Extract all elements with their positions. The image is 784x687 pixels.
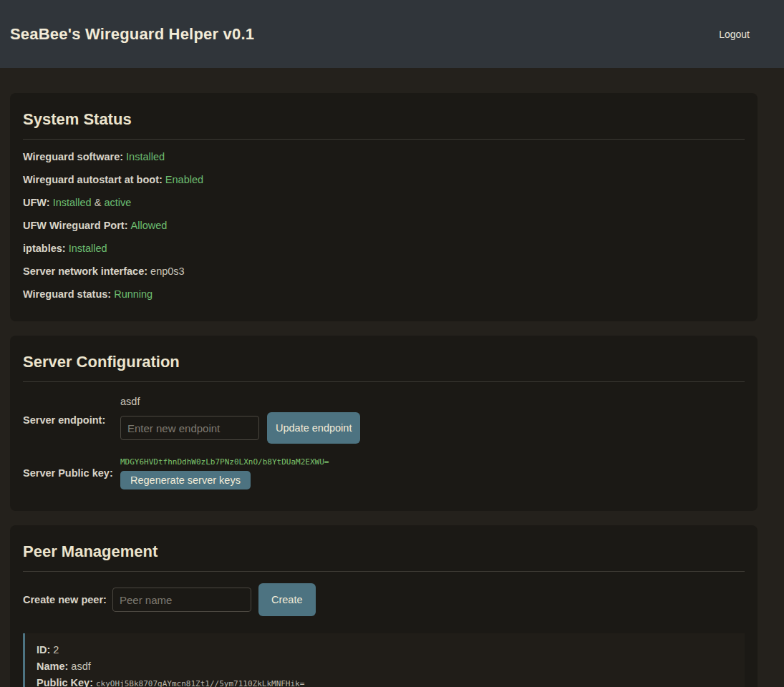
peer-management-title: Peer Management xyxy=(23,542,745,561)
status-row: Wireguard software: Installed xyxy=(23,151,745,162)
peer-id-line: ID:2 xyxy=(37,642,733,658)
status-value: & xyxy=(92,197,105,208)
status-value: Installed xyxy=(126,151,165,162)
peer-pubkey-line: Public Key:ckyOHj5Bk8707gAYmcn81Zt1//5ym… xyxy=(37,675,733,687)
create-peer-row: Create new peer: Create xyxy=(23,583,745,616)
divider xyxy=(23,571,745,572)
peer-name-label: Name: xyxy=(37,661,68,672)
create-peer-button[interactable]: Create xyxy=(258,583,316,616)
regenerate-keys-button[interactable]: Regenerate server keys xyxy=(120,471,251,489)
status-row: Wireguard autostart at boot: Enabled xyxy=(23,174,745,185)
status-label: Wireguard status: xyxy=(23,288,114,300)
system-status-card: System Status Wireguard software: Instal… xyxy=(10,93,758,321)
status-label: Wireguard software: xyxy=(23,151,126,162)
status-label: UFW: xyxy=(23,197,53,208)
peer-name-input[interactable] xyxy=(112,588,251,612)
peer-list: ID:2 Name:asdf Public Key:ckyOHj5Bk8707g… xyxy=(23,633,745,687)
update-endpoint-button[interactable]: Update endpoint xyxy=(267,412,360,444)
system-status-title: System Status xyxy=(23,110,745,129)
peer-name-line: Name:asdf xyxy=(37,658,733,675)
divider xyxy=(23,381,745,382)
status-row: UFW Wireguard Port: Allowed xyxy=(23,220,745,231)
app-header: SeaBee's Wireguard Helper v0.1 Logout xyxy=(0,0,784,68)
server-endpoint-row: Server endpoint: asdf Update endpoint xyxy=(23,396,745,444)
status-label: UFW Wireguard Port: xyxy=(23,220,131,231)
status-value: Installed xyxy=(53,197,92,208)
status-list: Wireguard software: InstalledWireguard a… xyxy=(23,151,745,300)
status-row: Wireguard status: Running xyxy=(23,288,745,300)
server-pubkey-row: Server Public key: MDGY6HVDtfhnDdhW0zLb7… xyxy=(23,457,745,489)
server-endpoint-current-value: asdf xyxy=(120,396,140,407)
create-peer-label: Create new peer: xyxy=(23,594,112,606)
server-config-card: Server Configuration Server endpoint: as… xyxy=(10,336,758,511)
status-row: iptables: Installed xyxy=(23,243,745,254)
status-row: UFW: Installed & active xyxy=(23,197,745,208)
status-label: Wireguard autostart at boot: xyxy=(23,174,165,185)
status-value: Installed xyxy=(69,243,107,254)
status-value: active xyxy=(104,197,131,208)
peer-id-label: ID: xyxy=(37,644,50,656)
server-endpoint-label: Server endpoint: xyxy=(23,414,120,427)
peer-name-value: asdf xyxy=(71,661,90,672)
status-value: enp0s3 xyxy=(150,265,185,277)
server-pubkey-label: Server Public key: xyxy=(23,467,120,479)
divider xyxy=(23,139,745,140)
status-row: Server network interface: enp0s3 xyxy=(23,265,745,277)
server-public-key-value: MDGY6HVDtfhnDdhW0zLb7PNz0LXnO/b8YtDUaM2E… xyxy=(120,457,329,467)
peer-pubkey-label: Public Key: xyxy=(37,677,93,687)
status-label: Server network interface: xyxy=(23,265,150,277)
peer-item: ID:2 Name:asdf Public Key:ckyOHj5Bk8707g… xyxy=(23,633,745,687)
status-value: Running xyxy=(114,288,153,300)
status-value: Enabled xyxy=(165,174,203,185)
peer-id-value: 2 xyxy=(53,644,59,656)
main-content: System Status Wireguard software: Instal… xyxy=(10,93,758,687)
status-label: iptables: xyxy=(23,243,69,254)
server-config-title: Server Configuration xyxy=(23,353,745,371)
peer-management-card: Peer Management Create new peer: Create … xyxy=(10,525,758,687)
status-value: Allowed xyxy=(131,220,168,231)
peer-public-key: ckyOHj5Bk8707gAYmcn81Zt1//5ym7110ZkLkMNF… xyxy=(96,679,304,687)
logout-link[interactable]: Logout xyxy=(719,29,750,40)
endpoint-input[interactable] xyxy=(120,416,259,440)
app-title: SeaBee's Wireguard Helper v0.1 xyxy=(10,25,254,44)
